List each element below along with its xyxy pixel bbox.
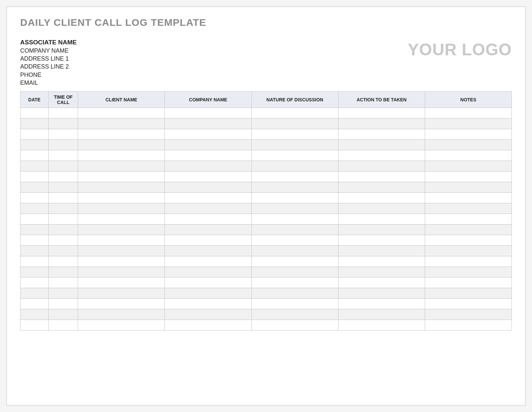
table-cell[interactable]	[165, 246, 251, 256]
table-cell[interactable]	[251, 278, 338, 288]
table-cell[interactable]	[165, 225, 251, 235]
table-cell[interactable]	[165, 193, 251, 203]
table-cell[interactable]	[78, 119, 165, 129]
table-cell[interactable]	[78, 235, 165, 246]
table-cell[interactable]	[21, 278, 49, 288]
table-cell[interactable]	[21, 320, 49, 331]
table-cell[interactable]	[425, 150, 511, 161]
table-cell[interactable]	[425, 246, 511, 256]
table-cell[interactable]	[425, 267, 511, 278]
table-cell[interactable]	[48, 256, 78, 267]
table-cell[interactable]	[165, 214, 251, 225]
table-cell[interactable]	[48, 309, 78, 320]
table-cell[interactable]	[21, 108, 49, 119]
table-cell[interactable]	[425, 193, 511, 203]
table-cell[interactable]	[78, 193, 165, 203]
table-cell[interactable]	[425, 235, 511, 246]
table-cell[interactable]	[48, 150, 78, 161]
table-cell[interactable]	[425, 203, 511, 214]
table-cell[interactable]	[21, 235, 49, 246]
table-cell[interactable]	[425, 309, 511, 320]
table-cell[interactable]	[338, 235, 425, 246]
table-cell[interactable]	[338, 256, 425, 267]
table-cell[interactable]	[425, 129, 511, 140]
table-cell[interactable]	[165, 161, 251, 172]
table-cell[interactable]	[251, 140, 338, 150]
table-cell[interactable]	[78, 161, 165, 172]
table-cell[interactable]	[165, 108, 251, 119]
table-cell[interactable]	[251, 299, 338, 309]
table-cell[interactable]	[78, 214, 165, 225]
table-cell[interactable]	[425, 299, 511, 309]
table-cell[interactable]	[425, 225, 511, 235]
table-cell[interactable]	[338, 214, 425, 225]
table-cell[interactable]	[338, 140, 425, 150]
table-cell[interactable]	[21, 172, 49, 182]
table-cell[interactable]	[338, 299, 425, 309]
table-cell[interactable]	[48, 129, 78, 140]
table-cell[interactable]	[338, 182, 425, 193]
table-cell[interactable]	[21, 288, 49, 299]
table-cell[interactable]	[251, 161, 338, 172]
table-cell[interactable]	[338, 193, 425, 203]
table-cell[interactable]	[251, 203, 338, 214]
table-cell[interactable]	[21, 214, 49, 225]
table-cell[interactable]	[21, 203, 49, 214]
table-cell[interactable]	[165, 235, 251, 246]
table-cell[interactable]	[48, 108, 78, 119]
table-cell[interactable]	[338, 108, 425, 119]
table-cell[interactable]	[338, 161, 425, 172]
table-cell[interactable]	[251, 129, 338, 140]
table-cell[interactable]	[78, 225, 165, 235]
table-cell[interactable]	[78, 172, 165, 182]
table-cell[interactable]	[21, 246, 49, 256]
table-cell[interactable]	[165, 267, 251, 278]
table-cell[interactable]	[425, 172, 511, 182]
table-cell[interactable]	[425, 161, 511, 172]
table-cell[interactable]	[338, 203, 425, 214]
table-cell[interactable]	[78, 256, 165, 267]
table-cell[interactable]	[425, 320, 511, 331]
table-cell[interactable]	[165, 278, 251, 288]
table-cell[interactable]	[251, 246, 338, 256]
table-cell[interactable]	[78, 246, 165, 256]
table-cell[interactable]	[338, 288, 425, 299]
table-cell[interactable]	[21, 267, 49, 278]
table-cell[interactable]	[425, 119, 511, 129]
table-cell[interactable]	[251, 288, 338, 299]
table-cell[interactable]	[251, 267, 338, 278]
table-cell[interactable]	[165, 140, 251, 150]
table-cell[interactable]	[338, 320, 425, 331]
table-cell[interactable]	[78, 299, 165, 309]
table-cell[interactable]	[48, 278, 78, 288]
table-cell[interactable]	[251, 150, 338, 161]
table-cell[interactable]	[165, 299, 251, 309]
table-cell[interactable]	[165, 288, 251, 299]
table-cell[interactable]	[21, 182, 49, 193]
table-cell[interactable]	[21, 119, 49, 129]
table-cell[interactable]	[78, 278, 165, 288]
table-cell[interactable]	[78, 182, 165, 193]
table-cell[interactable]	[21, 256, 49, 267]
table-cell[interactable]	[48, 172, 78, 182]
table-cell[interactable]	[21, 140, 49, 150]
table-cell[interactable]	[48, 119, 78, 129]
table-cell[interactable]	[165, 150, 251, 161]
table-cell[interactable]	[251, 225, 338, 235]
table-cell[interactable]	[338, 267, 425, 278]
table-cell[interactable]	[251, 256, 338, 267]
table-cell[interactable]	[21, 309, 49, 320]
table-cell[interactable]	[425, 288, 511, 299]
table-cell[interactable]	[48, 203, 78, 214]
table-cell[interactable]	[48, 320, 78, 331]
table-cell[interactable]	[48, 140, 78, 150]
table-cell[interactable]	[251, 108, 338, 119]
table-cell[interactable]	[425, 214, 511, 225]
table-cell[interactable]	[165, 203, 251, 214]
table-cell[interactable]	[251, 119, 338, 129]
table-cell[interactable]	[21, 225, 49, 235]
table-cell[interactable]	[251, 172, 338, 182]
table-cell[interactable]	[78, 129, 165, 140]
table-cell[interactable]	[21, 299, 49, 309]
table-cell[interactable]	[425, 256, 511, 267]
